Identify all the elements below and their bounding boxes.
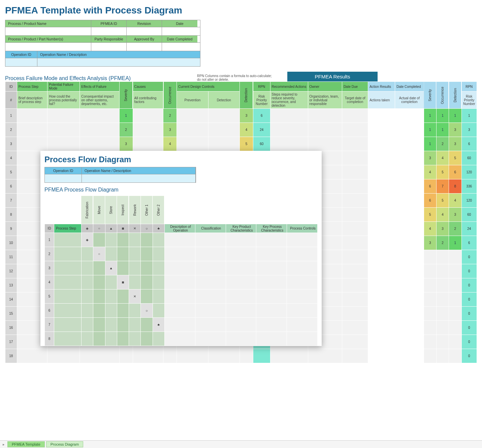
table-cell[interactable] (395, 292, 424, 307)
table-cell[interactable] (165, 318, 195, 332)
table-cell[interactable] (195, 233, 226, 247)
table-cell[interactable] (270, 349, 308, 363)
flow-cell[interactable] (153, 275, 164, 289)
table-cell[interactable] (368, 307, 395, 321)
table-cell[interactable]: 1 (436, 123, 449, 137)
table-cell[interactable] (287, 304, 318, 318)
flow-cell[interactable] (81, 275, 93, 289)
table-cell[interactable]: 3 (5, 137, 17, 151)
flow-cell[interactable] (82, 174, 196, 182)
flow-cell[interactable]: ☼ (141, 304, 153, 318)
flow-cell[interactable] (153, 304, 164, 318)
table-cell[interactable]: 13 (5, 278, 17, 292)
table-cell[interactable]: 6 (45, 304, 54, 318)
table-cell[interactable] (395, 278, 424, 292)
table-cell[interactable] (436, 335, 449, 349)
flow-cell[interactable] (93, 275, 105, 289)
table-cell[interactable] (270, 123, 308, 137)
table-cell[interactable]: 4 (239, 123, 253, 137)
table-cell[interactable]: 1 (436, 109, 449, 123)
table-cell[interactable] (80, 137, 119, 151)
table-cell[interactable] (47, 109, 80, 123)
table-cell[interactable]: 0 (461, 278, 477, 292)
table-cell[interactable] (308, 349, 342, 363)
table-cell[interactable] (287, 289, 318, 304)
table-cell[interactable] (395, 264, 424, 278)
table-cell[interactable]: 5 (449, 151, 461, 165)
flow-cell[interactable] (117, 304, 129, 318)
table-cell[interactable] (54, 233, 82, 247)
table-cell[interactable] (436, 292, 449, 307)
table-cell[interactable]: 120 (461, 194, 477, 208)
table-cell[interactable] (424, 264, 436, 278)
flow-cell[interactable] (45, 174, 82, 182)
table-cell[interactable]: 1 (449, 236, 461, 250)
table-cell[interactable]: 2 (5, 123, 17, 137)
table-cell[interactable]: 1 (424, 123, 436, 137)
table-cell[interactable]: 4 (424, 222, 436, 236)
table-cell[interactable] (226, 332, 256, 346)
table-cell[interactable]: 5 (424, 208, 436, 222)
info-cell[interactable] (91, 43, 127, 51)
table-cell[interactable] (342, 222, 368, 236)
table-cell[interactable] (165, 261, 195, 275)
table-cell[interactable] (436, 278, 449, 292)
table-cell[interactable] (165, 247, 195, 261)
table-cell[interactable] (226, 233, 256, 247)
flow-cell[interactable] (129, 304, 141, 318)
flow-cell[interactable] (105, 275, 117, 289)
table-cell[interactable]: 3 (163, 123, 177, 137)
flow-cell[interactable] (141, 275, 153, 289)
table-cell[interactable]: 6 (449, 165, 461, 179)
table-cell[interactable] (368, 151, 395, 165)
flow-cell[interactable] (141, 289, 153, 304)
flow-cell[interactable] (117, 289, 129, 304)
table-cell[interactable] (308, 123, 342, 137)
table-cell[interactable] (270, 109, 308, 123)
flow-cell[interactable] (129, 233, 141, 247)
table-cell[interactable] (256, 318, 287, 332)
flow-cell[interactable] (153, 261, 164, 275)
table-cell[interactable]: 4 (5, 151, 17, 165)
info-cell[interactable] (5, 27, 91, 35)
table-cell[interactable]: 2 (436, 236, 449, 250)
flow-cell[interactable]: ♣ (153, 318, 164, 332)
table-cell[interactable] (395, 222, 424, 236)
table-cell[interactable]: 3 (45, 261, 54, 275)
table-cell[interactable]: 0 (461, 349, 477, 363)
table-cell[interactable] (47, 137, 80, 151)
table-cell[interactable] (342, 151, 368, 165)
table-cell[interactable] (226, 304, 256, 318)
table-cell[interactable] (208, 137, 239, 151)
table-cell[interactable] (226, 289, 256, 304)
table-cell[interactable] (239, 349, 253, 363)
table-cell[interactable] (342, 321, 368, 335)
table-cell[interactable]: 18 (5, 349, 17, 363)
table-cell[interactable] (395, 151, 424, 165)
table-cell[interactable] (342, 123, 368, 137)
table-cell[interactable]: 3 (436, 222, 449, 236)
table-cell[interactable]: 6 (424, 194, 436, 208)
table-cell[interactable]: 1 (461, 109, 477, 123)
table-cell[interactable] (47, 123, 80, 137)
table-cell[interactable]: 6 (461, 137, 477, 151)
table-cell[interactable]: 4 (449, 194, 461, 208)
table-cell[interactable] (208, 349, 239, 363)
flow-cell[interactable]: ◙ (117, 275, 129, 289)
table-cell[interactable] (342, 264, 368, 278)
table-cell[interactable] (436, 307, 449, 321)
table-cell[interactable] (256, 275, 287, 289)
table-cell[interactable] (287, 233, 318, 247)
flow-cell[interactable] (117, 332, 129, 346)
table-cell[interactable] (80, 123, 119, 137)
table-cell[interactable] (368, 321, 395, 335)
table-cell[interactable]: 15 (5, 307, 17, 321)
table-cell[interactable] (424, 349, 436, 363)
info-cell[interactable] (91, 27, 127, 35)
table-cell[interactable] (80, 109, 119, 123)
flow-cell[interactable]: ✕ (129, 289, 141, 304)
table-cell[interactable] (368, 137, 395, 151)
flow-cell[interactable] (105, 247, 117, 261)
table-cell[interactable]: 3 (239, 109, 253, 123)
table-cell[interactable]: 7 (5, 194, 17, 208)
